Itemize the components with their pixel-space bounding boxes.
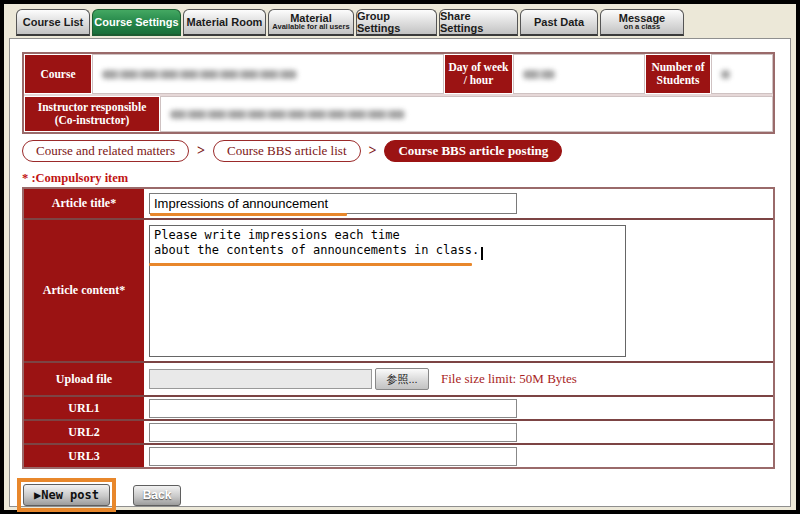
article-content-textarea[interactable]: Please write impressions each time about… xyxy=(149,225,626,357)
tab-message-sublabel: on a class xyxy=(624,23,660,31)
tab-material-sublabel: Available for all users xyxy=(272,23,349,31)
number-of-students-label: Number of Students xyxy=(645,54,711,94)
course-info-row-2: Instructor responsible (Co-instructor) xyxy=(24,94,773,132)
url1-cell xyxy=(145,397,773,419)
article-content-label: Article content* xyxy=(24,220,145,361)
article-title-input[interactable] xyxy=(149,193,517,214)
article-title-row: Article title* xyxy=(24,189,773,218)
course-info-table: Course Day of week / hour Number of Stud… xyxy=(22,52,775,134)
back-button[interactable]: Back xyxy=(133,485,181,506)
tab-course-list[interactable]: Course List xyxy=(16,9,90,36)
tab-material-room[interactable]: Material Room xyxy=(183,9,266,36)
course-value-cell xyxy=(92,54,444,94)
tab-message[interactable]: Message on a class xyxy=(600,9,684,36)
action-buttons: ▶New post Back xyxy=(17,478,181,512)
page-background: Course List Course Settings Material Roo… xyxy=(4,4,796,510)
day-of-week-label: Day of week / hour xyxy=(444,54,513,94)
annotation-highlight-box: ▶New post xyxy=(17,478,116,512)
breadcrumb-course-bbs-article-list[interactable]: Course BBS article list xyxy=(213,140,361,162)
url1-input[interactable] xyxy=(149,399,517,418)
url1-label: URL1 xyxy=(24,397,145,419)
article-content-row: Article content* Please write impression… xyxy=(24,218,773,361)
course-label: Course xyxy=(24,54,92,94)
file-path-field[interactable] xyxy=(149,369,372,389)
url2-input[interactable] xyxy=(149,423,517,442)
breadcrumb-separator-icon: > xyxy=(369,143,377,159)
redacted-students-value xyxy=(721,70,730,79)
upload-file-row: Upload file 参照... File size limit: 50M B… xyxy=(24,361,773,395)
day-of-week-value-cell xyxy=(513,54,645,94)
tab-past-data[interactable]: Past Data xyxy=(520,9,598,36)
redacted-day-value xyxy=(523,70,555,79)
breadcrumb-separator-icon: > xyxy=(197,143,205,159)
tab-group-settings[interactable]: Group Settings xyxy=(356,9,437,36)
breadcrumb: Course and related matters > Course BBS … xyxy=(22,140,562,162)
url3-cell xyxy=(145,445,773,467)
number-of-students-value-cell xyxy=(711,54,773,94)
annotation-underline-title xyxy=(150,213,347,216)
breadcrumb-course-and-related-matters[interactable]: Course and related matters xyxy=(22,140,189,162)
url2-row: URL2 xyxy=(24,419,773,443)
tab-course-settings[interactable]: Course Settings xyxy=(92,9,181,36)
course-info-row-1: Course Day of week / hour Number of Stud… xyxy=(24,54,773,94)
url2-cell xyxy=(145,421,773,443)
annotation-underline-content xyxy=(149,263,472,266)
redacted-course-value xyxy=(102,70,297,79)
compulsory-item-note: * :Compulsory item xyxy=(22,171,128,186)
instructor-label: Instructor responsible (Co-instructor) xyxy=(24,96,160,132)
tab-share-settings[interactable]: Share Settings xyxy=(439,9,518,36)
instructor-value-cell xyxy=(160,96,773,132)
new-post-button[interactable]: ▶New post xyxy=(23,484,110,506)
url3-input[interactable] xyxy=(149,447,517,466)
tab-bar: Course List Course Settings Material Roo… xyxy=(16,7,684,36)
text-cursor xyxy=(481,247,483,260)
url1-row: URL1 xyxy=(24,395,773,419)
article-content-cell: Please write impressions each time about… xyxy=(145,220,773,361)
file-size-limit-note: File size limit: 50M Bytes xyxy=(441,371,577,387)
redacted-instructor-value xyxy=(170,110,405,119)
url3-label: URL3 xyxy=(24,445,145,467)
tab-material[interactable]: Material Available for all users xyxy=(268,9,354,36)
article-posting-form: Article title* Article content* Please w… xyxy=(22,187,775,469)
article-title-cell xyxy=(145,189,773,218)
url3-row: URL3 xyxy=(24,443,773,467)
article-title-label: Article title* xyxy=(24,189,145,218)
url2-label: URL2 xyxy=(24,421,145,443)
content-panel: Course Day of week / hour Number of Stud… xyxy=(9,38,791,507)
upload-file-label: Upload file xyxy=(24,363,145,395)
browse-button[interactable]: 参照... xyxy=(375,368,429,390)
upload-file-cell: 参照... File size limit: 50M Bytes xyxy=(145,363,773,395)
breadcrumb-course-bbs-article-posting: Course BBS article posting xyxy=(384,140,562,162)
